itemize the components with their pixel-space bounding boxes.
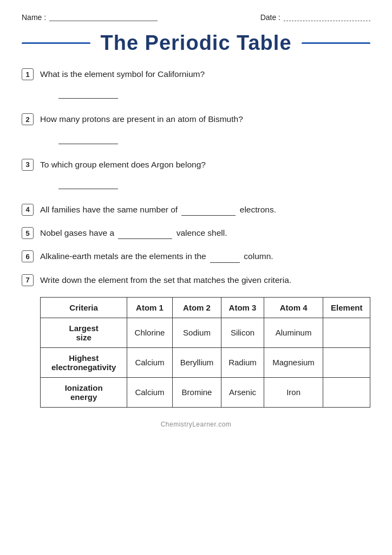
- cell-atom1-2: Calcium: [127, 377, 172, 407]
- cell-criteria-2: Ionizationenergy: [41, 377, 127, 407]
- cell-atom2-1: Beryllium: [172, 347, 221, 377]
- table-header-row: Criteria Atom 1 Atom 2 Atom 3 Atom 4 Ele…: [41, 297, 370, 318]
- q-num-4: 4: [22, 204, 34, 216]
- q-num-2: 2: [22, 113, 34, 125]
- cell-atom1-1: Calcium: [127, 347, 172, 377]
- element-table: Criteria Atom 1 Atom 2 Atom 3 Atom 4 Ele…: [40, 297, 370, 408]
- cell-atom4-2: Iron: [264, 377, 323, 407]
- q-num-1: 1: [22, 68, 34, 80]
- question-3: 3 To which group element does Argon belo…: [22, 158, 370, 192]
- q-num-3: 3: [22, 159, 34, 171]
- q-num-6: 6: [22, 250, 34, 262]
- q5-blank: [118, 229, 172, 239]
- q-num-5: 5: [22, 227, 34, 239]
- table-row: LargestsizeChlorineSodiumSiliconAluminum: [41, 318, 370, 347]
- table-row: HighestelectronegativityCalciumBeryllium…: [41, 347, 370, 377]
- name-section: Name :: [22, 13, 158, 22]
- question-5: 5 Nobel gases have a valence shell.: [22, 227, 370, 239]
- q-text-6: Alkaline-earth metals are the elements i…: [40, 250, 273, 262]
- cell-atom3-1: Radium: [221, 347, 264, 377]
- col-atom2: Atom 2: [172, 297, 221, 318]
- col-element: Element: [323, 297, 370, 318]
- page-title: The Periodic Table: [100, 31, 291, 55]
- q4-text-after: electrons.: [240, 205, 276, 214]
- q-text-7: Write down the element from the set that…: [40, 275, 291, 285]
- date-label: Date :: [260, 13, 280, 22]
- q6-text-before: Alkaline-earth metals are the elements i…: [40, 251, 206, 261]
- cell-atom4-0: Aluminum: [264, 318, 323, 347]
- name-label: Name :: [22, 13, 46, 22]
- q-num-7: 7: [22, 274, 34, 286]
- q-text-4: All families have the same number of ele…: [40, 203, 276, 216]
- col-atom3: Atom 3: [221, 297, 264, 318]
- cell-element-0: [323, 318, 370, 347]
- cell-atom3-0: Silicon: [221, 318, 264, 347]
- q4-text-before: All families have the same number of: [40, 205, 178, 214]
- answer-line-1: [58, 88, 118, 99]
- question-4: 4 All families have the same number of e…: [22, 203, 370, 216]
- q-text-3: To which group element does Argon belong…: [40, 160, 206, 169]
- cell-criteria-0: Largestsize: [41, 318, 127, 347]
- col-atom1: Atom 1: [127, 297, 172, 318]
- q-text-2: How many protons are present in an atom …: [40, 114, 243, 124]
- answer-line-3: [58, 178, 118, 189]
- date-section: Date :: [260, 13, 370, 22]
- footer: ChemistryLearner.com: [22, 421, 370, 428]
- cell-atom2-0: Sodium: [172, 318, 221, 347]
- q-text-1: What is the element symbol for Californi…: [40, 69, 205, 79]
- q4-blank: [181, 206, 236, 216]
- cell-atom2-2: Bromine: [172, 377, 221, 407]
- header-row: Name : Date :: [22, 13, 370, 22]
- table-row: IonizationenergyCalciumBromineArsenicIro…: [41, 377, 370, 407]
- q5-text-before: Nobel gases have a: [40, 228, 114, 237]
- title-section: The Periodic Table: [22, 31, 370, 55]
- question-6: 6 Alkaline-earth metals are the elements…: [22, 250, 370, 262]
- title-line-left: [22, 42, 90, 44]
- cell-element-1: [323, 347, 370, 377]
- q6-blank: [210, 253, 240, 263]
- question-7: 7 Write down the element from the set th…: [22, 274, 370, 286]
- question-1: 1 What is the element symbol for Califor…: [22, 68, 370, 102]
- periodic-table-data: Criteria Atom 1 Atom 2 Atom 3 Atom 4 Ele…: [40, 297, 370, 408]
- date-underline: [284, 14, 370, 21]
- cell-atom1-0: Chlorine: [127, 318, 172, 347]
- title-line-right: [302, 42, 370, 44]
- cell-criteria-1: Highestelectronegativity: [41, 347, 127, 377]
- question-2: 2 How many protons are present in an ato…: [22, 113, 370, 147]
- cell-atom3-2: Arsenic: [221, 377, 264, 407]
- q5-text-after: valence shell.: [177, 228, 227, 237]
- col-atom4: Atom 4: [264, 297, 323, 318]
- col-criteria: Criteria: [41, 297, 127, 318]
- q6-text-after: column.: [244, 251, 273, 261]
- q-text-5: Nobel gases have a valence shell.: [40, 227, 227, 239]
- cell-element-2: [323, 377, 370, 407]
- cell-atom4-1: Magnesium: [264, 347, 323, 377]
- name-underline: [49, 14, 158, 21]
- answer-line-2: [58, 133, 118, 144]
